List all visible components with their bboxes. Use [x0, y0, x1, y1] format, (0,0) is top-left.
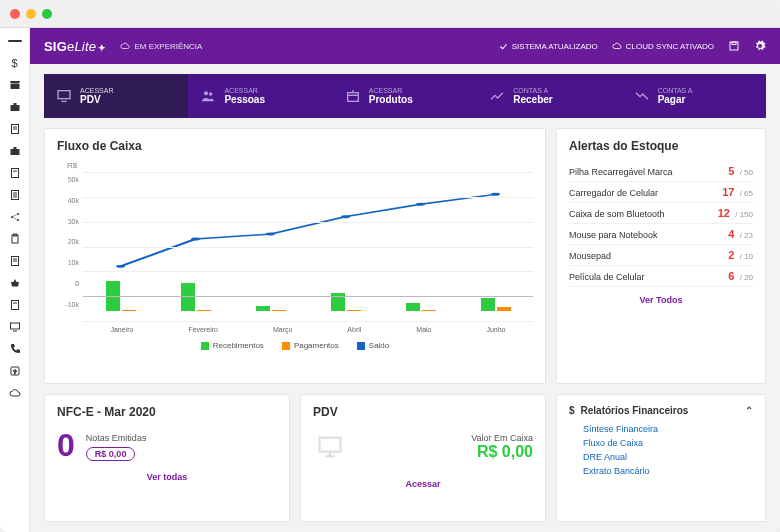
save-icon[interactable]: [728, 40, 740, 52]
box-icon: [345, 88, 361, 104]
svg-rect-45: [320, 437, 341, 451]
quick-access-label: ACESSAR: [369, 87, 413, 95]
svg-rect-2: [13, 103, 16, 105]
alert-row[interactable]: Carregador de Celular17 / 65: [569, 182, 753, 203]
sidebar-doc4-icon[interactable]: [8, 254, 22, 268]
system-updated-status: SISTEMA ATUALIZADO: [499, 42, 598, 51]
svg-rect-8: [11, 169, 18, 178]
svg-rect-1: [10, 105, 19, 111]
sidebar-store-icon[interactable]: [8, 78, 22, 92]
check-icon: [499, 42, 508, 51]
chart-legend: Recebimentos Pagamentos Saldo: [57, 333, 533, 350]
quick-pdv[interactable]: ACESSARPDV: [44, 74, 188, 118]
cash-flow-chart-card: Fluxo de Caixa R$ 50k40k30k20k10k0-10k J…: [44, 128, 546, 384]
nfce-badge: R$ 0,00: [86, 447, 136, 461]
alert-row[interactable]: Mousepad2 / 10: [569, 245, 753, 266]
alert-row[interactable]: Caixa de som Bluetooth12 / 150: [569, 203, 753, 224]
svg-line-17: [12, 215, 17, 217]
report-link[interactable]: Extrato Bancário: [569, 464, 753, 478]
sidebar-help-icon[interactable]: ?: [8, 364, 22, 378]
trend-up-icon: [489, 88, 505, 104]
monitor-icon: [56, 88, 72, 104]
trend-down-icon: [634, 88, 650, 104]
topbar: SIGeLite✦ EM EXPERIÊNCIA SISTEMA ATUALIZ…: [30, 28, 780, 64]
close-window-button[interactable]: [10, 9, 20, 19]
quick-access-bar: ACESSARPDV ACESSARPessoas ACESSARProduto…: [44, 74, 766, 118]
window-titlebar: [0, 0, 780, 28]
alert-row[interactable]: Mouse para Notebook4 / 23: [569, 224, 753, 245]
nfce-title: NFC-E - Mar 2020: [57, 405, 277, 419]
svg-text:?: ?: [13, 369, 17, 375]
svg-rect-26: [10, 323, 19, 329]
quick-contas-label: CONTAS A: [513, 87, 552, 95]
status-cloud-label: CLOUD SYNC ATIVADO: [626, 42, 714, 51]
sidebar-clipboard-icon[interactable]: [8, 232, 22, 246]
sidebar-home-icon[interactable]: [8, 34, 22, 48]
quick-pagar-label: Pagar: [658, 94, 693, 105]
pdv-card: PDV Valor Em Caixa R$ 0,00 Acessar: [300, 394, 546, 523]
svg-point-35: [209, 92, 212, 95]
quick-pagar[interactable]: CONTAS APagar: [622, 74, 766, 118]
logo-post: Lite: [74, 39, 96, 54]
cloud-icon: [612, 41, 622, 51]
legend-pagamentos: Pagamentos: [294, 341, 339, 350]
nfce-sub: Notas Emitidas: [86, 433, 147, 443]
pdv-title: PDV: [313, 405, 533, 419]
quick-produtos-label: Produtos: [369, 94, 413, 105]
sidebar-share-icon[interactable]: [8, 210, 22, 224]
sidebar-monitor-icon[interactable]: [8, 320, 22, 334]
sidebar-doc3-icon[interactable]: [8, 188, 22, 202]
sidebar-cloud-icon[interactable]: [8, 386, 22, 400]
sidebar-briefcase-icon[interactable]: [8, 100, 22, 114]
quick-access-label: ACESSAR: [80, 87, 113, 95]
people-icon: [200, 88, 216, 104]
logo: SIGeLite✦: [44, 39, 106, 54]
stock-alerts-card: Alertas do Estoque Pilha Recarregável Ma…: [556, 128, 766, 384]
alert-row[interactable]: Película de Celular6 / 20: [569, 266, 753, 287]
sidebar-basket-icon[interactable]: [8, 276, 22, 290]
svg-rect-36: [347, 93, 358, 102]
gear-icon[interactable]: [754, 40, 766, 52]
svg-rect-32: [58, 91, 70, 99]
quick-pdv-label: PDV: [80, 94, 113, 105]
svg-rect-30: [730, 42, 738, 50]
cloud-sync-status: CLOUD SYNC ATIVADO: [612, 41, 714, 51]
legend-recebimentos: Recebimentos: [213, 341, 264, 350]
quick-receber[interactable]: CONTAS AReceber: [477, 74, 621, 118]
sidebar-phone-icon[interactable]: [8, 342, 22, 356]
minimize-window-button[interactable]: [26, 9, 36, 19]
quick-produtos[interactable]: ACESSARProdutos: [333, 74, 477, 118]
svg-rect-6: [10, 149, 19, 155]
dollar-icon: $: [569, 405, 575, 416]
sidebar-doc1-icon[interactable]: [8, 122, 22, 136]
pdv-access-link[interactable]: Acessar: [313, 471, 533, 489]
sidebar-doc5-icon[interactable]: [8, 298, 22, 312]
monitor-icon: [313, 433, 347, 461]
pdv-value: R$ 0,00: [471, 443, 533, 461]
quick-contas-label: CONTAS A: [658, 87, 693, 95]
report-link[interactable]: Síntese Financeira: [569, 422, 753, 436]
alerts-see-all-link[interactable]: Ver Todos: [569, 287, 753, 305]
sidebar-nav: $ ?: [0, 28, 30, 532]
svg-rect-0: [10, 84, 19, 89]
report-link[interactable]: DRE Anual: [569, 450, 753, 464]
maximize-window-button[interactable]: [42, 9, 52, 19]
experience-label: EM EXPERIÊNCIA: [134, 42, 202, 51]
svg-line-18: [12, 218, 17, 220]
report-link[interactable]: Fluxo de Caixa: [569, 436, 753, 450]
quick-access-label: ACESSAR: [224, 87, 265, 95]
reports-title: Relatórios Financeiros: [581, 405, 689, 416]
alert-row[interactable]: Pilha Recarregável Marca5 / 50: [569, 161, 753, 182]
experience-chip: EM EXPERIÊNCIA: [120, 41, 202, 51]
sidebar-doc2-icon[interactable]: [8, 166, 22, 180]
cloud-icon: [120, 41, 130, 51]
svg-rect-7: [13, 147, 16, 149]
nfce-see-all-link[interactable]: Ver todas: [57, 464, 277, 482]
sidebar-dollar-icon[interactable]: $: [8, 56, 22, 70]
quick-pessoas[interactable]: ACESSARPessoas: [188, 74, 332, 118]
logo-pre: SIG: [44, 39, 67, 54]
chart-ylabel: R$: [67, 161, 533, 170]
chevron-up-icon[interactable]: ⌃: [745, 405, 753, 416]
sidebar-briefcase2-icon[interactable]: [8, 144, 22, 158]
svg-rect-24: [11, 301, 18, 310]
